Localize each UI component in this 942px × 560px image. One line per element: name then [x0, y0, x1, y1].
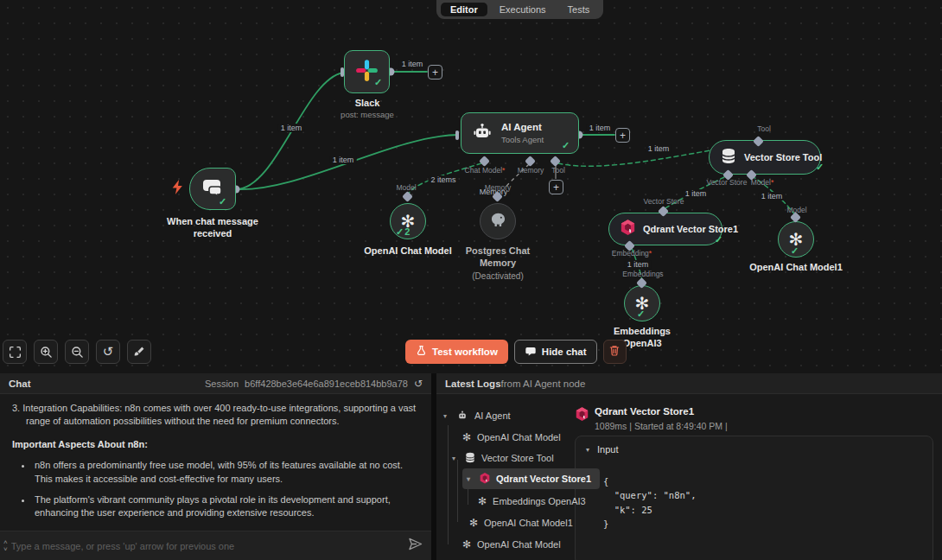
database-icon [465, 452, 475, 465]
node-label: OpenAI Chat Model1 [731, 261, 861, 273]
edge-label: 1 item [625, 260, 652, 269]
node-label: When chat message received [148, 215, 277, 240]
connector-label: Model* [751, 178, 773, 187]
zoom-out-button[interactable] [65, 340, 89, 364]
connector-label: Model [396, 183, 416, 192]
connector-label: Embedding* [612, 249, 652, 258]
delete-button[interactable] [603, 340, 627, 364]
node-title: AI Agent [501, 122, 544, 134]
connector-label: Vector Store [644, 197, 684, 206]
success-check-icon: ✓ [791, 245, 799, 257]
log-detail-title: Qdrant Vector Store1 [595, 406, 694, 417]
add-node-button[interactable]: + [615, 128, 630, 143]
tab-tests[interactable]: Tests [558, 3, 600, 16]
tab-editor[interactable]: Editor [441, 3, 487, 16]
log-tree-item-ai-agent[interactable]: ▾ AI Agent [443, 405, 511, 426]
log-tree-item-embeddings-openai3[interactable]: ✻ Embeddings OpenAI3 [478, 491, 586, 512]
success-check-icon: ✓ [562, 140, 570, 151]
history-down-icon: ˅ [3, 546, 8, 553]
openai-icon: ✻ [478, 495, 487, 507]
test-workflow-button[interactable]: Test workflow [405, 340, 508, 364]
add-node-button[interactable]: + [428, 65, 442, 80]
reset-zoom-button[interactable]: ↺ [96, 340, 120, 364]
edge-label: 1 item [587, 124, 614, 132]
chat-message-item: 3. Integration Capabilities: n8n comes w… [12, 402, 417, 429]
tree-guide-line [457, 460, 458, 522]
openai-icon: ✻ [462, 538, 471, 550]
workflow-canvas[interactable]: 1 item 1 item 1 item 1 item 2 items Memo… [0, 0, 942, 373]
tab-executions[interactable]: Executions [490, 3, 556, 16]
fit-view-button[interactable] [3, 340, 27, 364]
success-check-icon: ✓ [715, 234, 723, 245]
chat-input-bar: ˄ ˅ [0, 531, 431, 560]
zoom-in-button[interactable] [34, 340, 58, 364]
chat-panel: Chat Session b6ff428be3e64e6a891eceb814b… [0, 373, 431, 560]
log-tree-item-openai-chat-model[interactable]: ✻ OpenAI Chat Model [462, 427, 561, 448]
edge-label: 2 items [428, 175, 458, 184]
success-check-icon: ✓ [374, 77, 383, 88]
n8n-app: 1 item 1 item 1 item 1 item 2 items Memo… [0, 0, 942, 560]
node-qdrant-vector-store1[interactable]: Qdrant Vector Store1 [608, 213, 722, 245]
message-history-arrows[interactable]: ˄ ˅ [3, 539, 8, 553]
node-title: Vector Store Tool [744, 152, 822, 162]
refresh-session-icon[interactable]: ↺ [414, 378, 423, 390]
input-section-toggle[interactable]: ▾ Input [576, 436, 932, 462]
input-json[interactable]: { "query": "n8n", "k": 25 } [603, 474, 932, 531]
log-tree-item-vector-store-tool[interactable]: ▾ Vector Store Tool [452, 448, 554, 468]
success-check-icon: ✓ [219, 196, 227, 207]
log-detail-meta: 1089ms | Started at 8:49:40 PM | [595, 421, 728, 431]
edge-label: 1 item [330, 156, 357, 164]
connector-label: Chat Model* [465, 166, 506, 175]
chat-message-list: n8n offers a predominantly free use mode… [33, 459, 417, 531]
success-check-icon: ✓2 [396, 226, 411, 238]
log-tree-item-qdrant-vector-store1[interactable]: ▾ Qdrant Vector Store1 [462, 468, 600, 489]
openai-icon: ✻ [462, 431, 471, 443]
edge-label: 1 item [399, 60, 426, 68]
node-vector-store-tool[interactable]: Vector Store Tool [709, 140, 821, 175]
chevron-down-icon[interactable]: ▾ [467, 475, 474, 483]
node-when-chat-message-received[interactable] [189, 168, 236, 210]
chat-bullet: The platform's vibrant community plays a… [33, 493, 417, 520]
add-tool-button[interactable]: + [549, 180, 563, 194]
flask-icon [416, 345, 427, 359]
chevron-down-icon[interactable]: ▾ [443, 412, 450, 420]
workflow-edges [0, 0, 942, 373]
input-connector[interactable] [455, 130, 459, 140]
connector-label: Tool [757, 124, 771, 133]
bottom-panels: Chat Session b6ff428be3e64e6a891eceb814b… [0, 373, 942, 560]
trash-icon [608, 344, 621, 360]
connector-label: Embeddings [622, 270, 663, 278]
node-postgres-chat-memory[interactable] [480, 203, 516, 239]
log-tree-item-openai-chat-model-2[interactable]: ✻ OpenAI Chat Model [462, 534, 561, 555]
edge-label: 1 item [759, 192, 786, 200]
tree-guide-line [448, 425, 449, 544]
chat-header: Chat Session b6ff428be3e64e6a891eceb814b… [0, 373, 431, 394]
lightning-icon [172, 180, 183, 198]
session-info: Session b6ff428be3e64e6a891eceb814bb9a78… [205, 378, 423, 390]
edge-label: 1 item [646, 144, 672, 153]
tidy-workflow-button[interactable] [127, 340, 151, 364]
chat-messages[interactable]: 3. Integration Capabilities: n8n comes w… [0, 395, 431, 531]
robot-icon [456, 410, 468, 423]
success-check-icon: ✓ [816, 162, 824, 173]
logs-panel: Latest Logs from AI Agent node ▾ AI Agen… [436, 373, 942, 560]
input-connector[interactable] [341, 67, 344, 77]
postgres-icon [489, 211, 507, 232]
connector-label: Memory [485, 183, 512, 192]
chat-title: Chat [9, 379, 31, 389]
chevron-down-icon[interactable]: ▾ [452, 455, 459, 462]
chat-message-heading: Important Aspects About n8n: [12, 438, 417, 451]
qdrant-icon [480, 473, 490, 486]
hide-chat-button[interactable]: Hide chat [514, 340, 597, 364]
openai-icon: ✻ [469, 517, 478, 529]
log-tree-item-openai-chat-model1[interactable]: ✻ OpenAI Chat Model1 [469, 512, 573, 533]
view-tabs: Editor Executions Tests [436, 0, 603, 19]
send-icon[interactable] [408, 538, 423, 554]
chat-message-input[interactable] [11, 541, 404, 551]
node-subtitle: Tools Agent [501, 135, 544, 144]
node-title: Qdrant Vector Store1 [643, 224, 738, 234]
session-id: b6ff428be3e64e6a891eceb814bb9a78 [245, 379, 408, 389]
success-check-icon: ✓ [637, 309, 646, 320]
canvas-action-bar: Test workflow Hide chat [405, 340, 627, 364]
chat-bubble-icon [525, 346, 537, 359]
